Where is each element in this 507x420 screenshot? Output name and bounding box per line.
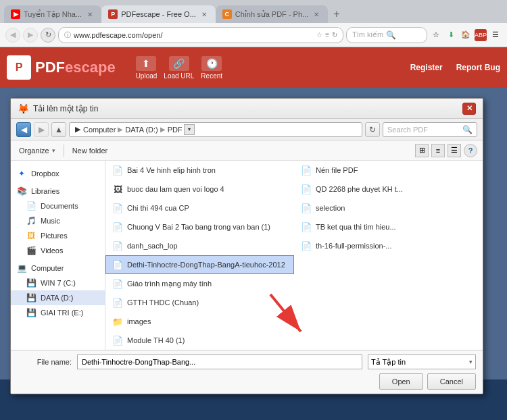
- loadurl-icon: 🔗: [169, 56, 189, 71]
- file-item-9[interactable]: 📄 danh_sach_lop: [105, 236, 294, 255]
- tab-pdfescape-label: PDFescape - Free O...: [121, 10, 196, 18]
- tab-chinh[interactable]: C Chỉnh sửa PDF - Ph... ✕: [216, 5, 328, 23]
- breadcrumb-sep2: ▶: [118, 126, 123, 133]
- sidebar-label-dropbox: Dropbox: [31, 169, 59, 178]
- sidebar-item-dropbox[interactable]: ✦ Dropbox: [11, 166, 105, 181]
- bookmark-icon: ☆: [316, 31, 322, 38]
- cancel-button[interactable]: Cancel: [427, 373, 476, 390]
- register-link[interactable]: Register: [410, 63, 443, 72]
- file-icon-4: 📄: [300, 183, 312, 195]
- nav-up-button[interactable]: ▲: [51, 122, 66, 137]
- tab-pdfescape-close[interactable]: ✕: [199, 9, 209, 19]
- sidebar-item-libraries[interactable]: 📚 Libraries: [11, 184, 105, 199]
- recent-icon: 🕐: [201, 56, 222, 71]
- recent-button[interactable]: 🕐 Recent: [201, 56, 222, 80]
- file-name-6: selection: [316, 204, 345, 212]
- sidebar-item-computer[interactable]: 💻 Computer: [11, 261, 105, 275]
- file-name-11: Dethi-Tinhoctre-DongThap-BangA-tieuhoc-2…: [127, 261, 285, 269]
- nav-back-button[interactable]: ◀: [16, 122, 31, 137]
- file-item-7[interactable]: 📄 Chuong V Bai 2 Tao bang trong van ban …: [105, 217, 294, 236]
- search-box[interactable]: Tìm kiếm 🔍: [346, 27, 427, 43]
- report-bug-link[interactable]: Report Bug: [456, 63, 500, 72]
- tab-pdfescape[interactable]: P PDFescape - Free O... ✕: [101, 5, 216, 23]
- forward-button[interactable]: ▶: [23, 28, 38, 43]
- breadcrumb[interactable]: ▶ Computer ▶ DATA (D:) ▶ PDF ▾: [69, 122, 362, 137]
- file-item-empty5: [294, 331, 483, 350]
- nav-refresh-button[interactable]: ↻: [365, 122, 380, 137]
- file-item-4[interactable]: 📄 QD 2268 phe duyet KH t...: [294, 180, 483, 199]
- drive-c-icon: 💾: [26, 278, 37, 288]
- url-box[interactable]: ⓘ www.pdfescape.com/open/ ☆ ≡ ↻: [58, 27, 343, 43]
- sidebar-label-libraries: Libraries: [31, 187, 59, 195]
- new-tab-button[interactable]: +: [328, 5, 345, 23]
- file-item-12[interactable]: 📄 Giáo trình mạng máy tính: [105, 274, 294, 293]
- file-item-3[interactable]: 🖼 buoc dau lam quen voi logo 4: [105, 180, 294, 199]
- dialog-close-button[interactable]: ✕: [462, 103, 476, 115]
- abp-icon[interactable]: ABP: [475, 29, 487, 41]
- star-icon[interactable]: ☆: [430, 29, 442, 41]
- refresh-button[interactable]: ↻: [41, 28, 55, 43]
- sidebar-item-datad[interactable]: 💾 DATA (D:): [11, 290, 105, 305]
- sidebar-item-win7[interactable]: 💾 WIN 7 (C:): [11, 275, 105, 290]
- dialog-sidebar: ✦ Dropbox 📚 Libraries 📄 Documents 🎵: [11, 161, 105, 350]
- filetype-select[interactable]: Tả Tập tin ▾: [368, 355, 476, 369]
- sidebar-item-giaitri[interactable]: 💾 GIAI TRI (E:): [11, 305, 105, 320]
- computer-icon: 💻: [16, 263, 27, 273]
- dialog-bottom: File name: Tả Tập tin ▾ Open Cancel: [11, 350, 483, 394]
- menu-icon[interactable]: ☰: [489, 29, 502, 41]
- home-icon[interactable]: 🏠: [460, 29, 472, 41]
- toolbar-divider: [64, 145, 64, 157]
- pdf-logo-escape: escape: [65, 59, 116, 76]
- sidebar-label-computer: Computer: [31, 264, 64, 272]
- file-item-11[interactable]: 📄 Dethi-Tinhoctre-DongThap-BangA-tieuhoc…: [105, 255, 294, 274]
- file-name-1: Bai 4 Ve hinh elip hinh tron: [127, 166, 216, 174]
- back-button[interactable]: ◀: [5, 28, 20, 43]
- pictures-icon: 🖼: [26, 230, 37, 241]
- tab-youtube-close[interactable]: ✕: [85, 9, 95, 19]
- tab-chinh-close[interactable]: ✕: [312, 9, 321, 19]
- file-icon-6: 📄: [300, 202, 312, 214]
- nav-forward-button[interactable]: ▶: [34, 122, 49, 137]
- action-row: Open Cancel: [18, 373, 476, 390]
- sidebar-item-music[interactable]: 🎵 Music: [11, 213, 105, 228]
- sidebar-item-videos[interactable]: 🎬 Videos: [11, 243, 105, 258]
- upload-button[interactable]: ⬆ Upload: [136, 56, 158, 80]
- file-item-1[interactable]: 📄 Bai 4 Ve hinh elip hinh tron: [105, 161, 294, 180]
- file-item-5[interactable]: 📄 Chi thi 494 cua CP: [105, 199, 294, 217]
- file-name-15: Module TH 40 (1): [127, 336, 185, 344]
- file-name-7: Chuong V Bai 2 Tao bang trong van ban (1…: [127, 223, 270, 231]
- recent-label: Recent: [201, 72, 222, 80]
- file-item-8[interactable]: 📄 TB ket qua thi tim hieu...: [294, 217, 483, 236]
- new-folder-button[interactable]: New folder: [70, 145, 111, 156]
- music-icon: 🎵: [26, 215, 37, 226]
- file-name-9: danh_sach_lop: [127, 242, 178, 250]
- tab-youtube[interactable]: ▶ Tuyển Tập Nha... ✕: [4, 5, 101, 23]
- search-field[interactable]: Search PDF 🔍: [383, 122, 477, 137]
- sidebar-label-giaitri: GIAI TRI (E:): [41, 309, 83, 317]
- help-button[interactable]: ?: [464, 144, 477, 157]
- file-item-2[interactable]: 📄 Nén file PDF: [294, 161, 483, 180]
- filename-input[interactable]: [77, 355, 362, 369]
- file-icon-3: 🖼: [112, 183, 124, 195]
- sidebar-item-pictures[interactable]: 🖼 Pictures: [11, 228, 105, 243]
- sidebar-item-documents[interactable]: 📄 Documents: [11, 199, 105, 213]
- open-button[interactable]: Open: [379, 373, 423, 390]
- file-item-15[interactable]: 📄 Module TH 40 (1): [105, 331, 294, 350]
- view-list-button[interactable]: ≡: [431, 144, 445, 157]
- file-item-14[interactable]: 📁 images: [105, 312, 294, 331]
- sidebar-section-libraries: 📚 Libraries 📄 Documents 🎵 Music 🖼 Pictur…: [11, 184, 105, 258]
- file-item-6[interactable]: 📄 selection: [294, 199, 483, 217]
- organize-button[interactable]: Organize ▾: [16, 145, 58, 156]
- breadcrumb-dropdown[interactable]: ▾: [184, 124, 195, 135]
- file-name-12: Giáo trình mạng máy tính: [127, 280, 212, 288]
- view-grid-button[interactable]: ⊞: [415, 144, 429, 157]
- pdfbanner: P PDFescape ⬆ Upload 🔗 Load URL 🕐 Recent…: [0, 47, 507, 88]
- file-icon-8: 📄: [300, 221, 312, 233]
- loadurl-button[interactable]: 🔗 Load URL: [164, 56, 194, 80]
- file-icon-9: 📄: [112, 240, 124, 252]
- file-item-13[interactable]: 📄 GTTH THDC (Chuan): [105, 293, 294, 312]
- view-details-button[interactable]: ☰: [448, 144, 461, 157]
- download-icon[interactable]: ⬇: [445, 29, 457, 41]
- file-item-10[interactable]: 📄 th-16-full-permission-...: [294, 236, 483, 255]
- tab-chinh-label: Chỉnh sửa PDF - Ph...: [235, 10, 308, 19]
